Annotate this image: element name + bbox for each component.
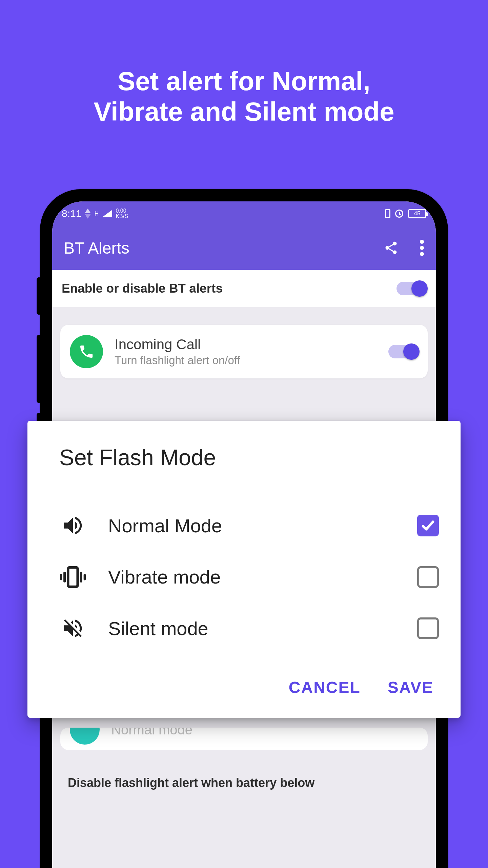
phone-side-button [37, 335, 41, 403]
svg-point-2 [420, 252, 424, 256]
toggle-knob [411, 280, 428, 297]
option-silent-mode[interactable]: Silent mode [59, 602, 444, 654]
phone-portrait-icon [385, 209, 390, 218]
option-normal-checkbox[interactable] [417, 515, 439, 536]
option-normal-mode[interactable]: Normal Mode [59, 499, 444, 552]
promo-heading-line2: Vibrate and Silent mode [0, 97, 488, 127]
svg-rect-6 [80, 572, 82, 583]
app-bar: BT Alerts [52, 226, 436, 270]
svg-rect-4 [63, 572, 66, 583]
status-kbps-value: 0.00 [116, 208, 128, 214]
svg-rect-5 [60, 574, 62, 580]
option-label: Vibrate mode [108, 566, 395, 588]
save-button[interactable]: SAVE [388, 678, 433, 697]
status-net-type: H [94, 210, 99, 217]
incoming-call-subtitle: Turn flashlight alert on/off [115, 354, 377, 367]
status-kbps-unit: KB/S [116, 214, 128, 219]
app-title: BT Alerts [64, 239, 129, 257]
svg-point-0 [420, 240, 424, 244]
option-vibrate-mode[interactable]: Vibrate mode [59, 552, 444, 602]
vibrate-icon [59, 566, 86, 588]
svg-point-1 [420, 246, 424, 250]
promo-heading: Set alert for Normal, Vibrate and Silent… [0, 0, 488, 127]
toggle-knob [403, 343, 420, 360]
svg-rect-3 [68, 567, 78, 587]
alarm-icon [395, 210, 403, 218]
overflow-menu-icon[interactable] [420, 240, 424, 256]
volume-icon [59, 514, 86, 537]
enable-alerts-label: Enable or disable BT alerts [62, 281, 223, 296]
option-label: Normal Mode [108, 515, 395, 537]
option-label: Silent mode [108, 617, 395, 639]
status-time: 8:11 [62, 208, 81, 219]
option-silent-checkbox[interactable] [417, 617, 439, 639]
share-icon[interactable] [384, 240, 399, 256]
dialog-actions: CANCEL SAVE [59, 654, 444, 704]
download-indicator-icon [85, 214, 91, 219]
battery-level: 45 [414, 210, 421, 217]
incoming-call-title: Incoming Call [115, 336, 377, 353]
cancel-button[interactable]: CANCEL [289, 678, 361, 697]
upload-indicator-icon [85, 209, 91, 213]
promo-heading-line1: Set alert for Normal, [0, 66, 488, 97]
set-flash-mode-dialog: Set Flash Mode Normal Mode Vibrate mode [27, 421, 461, 718]
mode-icon [70, 728, 100, 745]
status-bar: 8:11 H 0.00 KB/S 45 [52, 201, 436, 226]
option-vibrate-checkbox[interactable] [417, 566, 439, 588]
battery-threshold-label: Disable flashlight alert when battery be… [52, 750, 436, 790]
flash-mode-card-peek: Normal mode [60, 728, 428, 750]
flash-mode-card-label: Normal mode [111, 728, 192, 737]
incoming-call-toggle[interactable] [388, 345, 418, 358]
status-kbps: 0.00 KB/S [116, 208, 128, 219]
mute-icon [59, 616, 86, 640]
incoming-call-card: Incoming Call Turn flashlight alert on/o… [60, 325, 428, 378]
signal-icon [102, 210, 112, 217]
enable-alerts-toggle[interactable] [396, 282, 426, 295]
phone-icon [70, 335, 103, 368]
enable-alerts-row: Enable or disable BT alerts [52, 270, 436, 307]
phone-side-button [37, 277, 41, 315]
dialog-title: Set Flash Mode [59, 445, 444, 470]
svg-rect-7 [84, 574, 86, 580]
battery-icon: 45 [408, 209, 426, 218]
